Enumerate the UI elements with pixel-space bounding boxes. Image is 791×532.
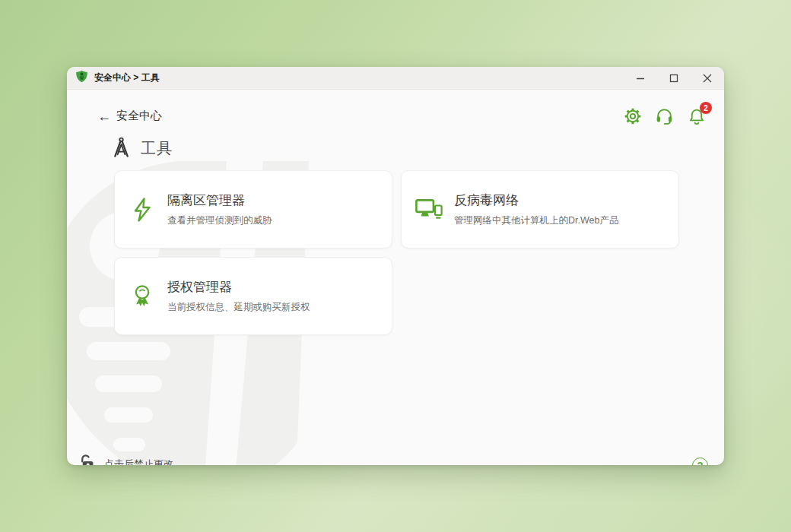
card-subtitle: 管理网络中其他计算机上的Dr.Web产品 xyxy=(454,214,618,227)
award-icon xyxy=(128,283,157,309)
tools-compass-icon xyxy=(110,136,132,161)
card-antivirus-network[interactable]: 反病毒网络 管理网络中其他计算机上的Dr.Web产品 xyxy=(401,170,679,249)
card-subtitle: 当前授权信息、延期或购买新授权 xyxy=(167,301,310,314)
lightning-icon xyxy=(128,197,157,223)
back-to-security-center[interactable]: ← 安全中心 xyxy=(97,109,162,123)
titlebar: 安全中心 > 工具 xyxy=(67,67,724,90)
maximize-button[interactable] xyxy=(657,67,691,90)
card-license-manager[interactable]: 授权管理器 当前授权信息、延期或购买新授权 xyxy=(114,257,392,335)
back-arrow-icon: ← xyxy=(97,109,111,123)
card-title: 反病毒网络 xyxy=(454,192,618,209)
notifications-bell-icon[interactable]: 2 xyxy=(687,106,706,125)
unlocked-padlock-icon xyxy=(77,454,97,465)
close-button[interactable] xyxy=(691,67,724,90)
card-title: 授权管理器 xyxy=(167,278,310,296)
card-subtitle: 查看并管理侦测到的威胁 xyxy=(167,214,272,227)
page-title: 工具 xyxy=(141,138,173,159)
drweb-logo-icon xyxy=(75,70,88,86)
window-title: 安全中心 > 工具 xyxy=(94,71,624,84)
lock-changes-toggle[interactable]: 点击后禁止更改 xyxy=(77,454,173,465)
back-label: 安全中心 xyxy=(116,109,162,123)
tool-cards-grid: 隔离区管理器 查看并管理侦测到的威胁 反病毒网络 管理网络中其他计算机上的Dr.… xyxy=(114,170,679,335)
settings-gear-icon[interactable] xyxy=(623,106,642,125)
toolbar-icon-group: 2 xyxy=(623,106,706,125)
lock-label: 点击后禁止更改 xyxy=(104,458,173,465)
app-window: 安全中心 > 工具 ← 安全中心 xyxy=(67,67,724,465)
help-question-icon[interactable]: ? xyxy=(692,458,708,465)
support-headset-icon[interactable] xyxy=(655,106,674,125)
minimize-button[interactable] xyxy=(624,67,657,90)
notification-badge: 2 xyxy=(700,102,712,114)
card-title: 隔离区管理器 xyxy=(167,192,272,209)
monitors-icon xyxy=(415,198,443,221)
content-area: ← 安全中心 xyxy=(67,106,724,465)
card-quarantine-manager[interactable]: 隔离区管理器 查看并管理侦测到的威胁 xyxy=(114,170,392,249)
